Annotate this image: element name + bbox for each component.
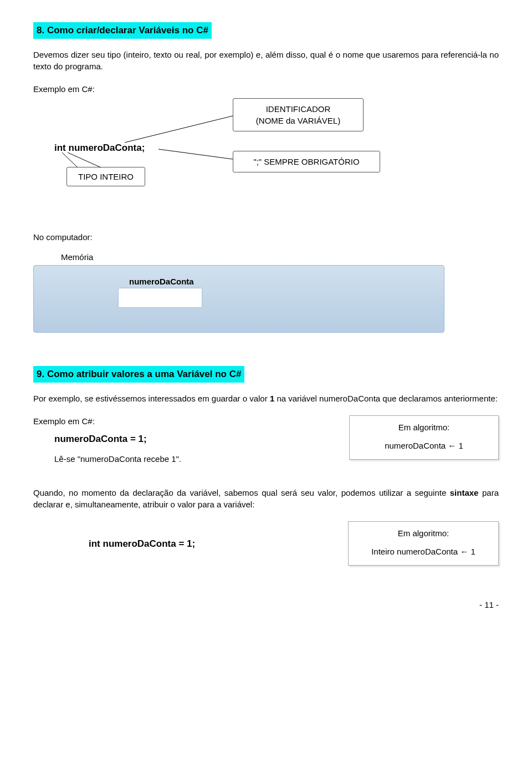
section-9-heading: 9. Como atribuir valores a uma Variável … [33,366,244,383]
algorithm-box-1: Em algoritmo: numeroDaConta ← 1 [349,415,499,460]
no-computador-label: No computador: [33,231,499,243]
memory-var-box [118,288,202,308]
algorithm-box-2: Em algoritmo: Inteiro numeroDaConta ← 1 [348,521,499,566]
algo1-title: Em algoritmo: [363,421,485,433]
para2-pre: Quando, no momento da declaração da vari… [33,488,450,497]
callout-tipo-inteiro: TIPO INTEIRO [66,167,145,186]
example-assignment-row: Exemplo em C#: numeroDaConta = 1; Lê-se … [33,415,499,465]
memory-var-name: numeroDaConta [129,276,194,287]
combined-left-col: int numeroDaConta = 1; [33,537,326,566]
para2-bold-sintaxe: sintaxe [450,488,479,497]
section-8-paragraph: Devemos dizer seu tipo (inteiro, texto o… [33,49,499,72]
section-9: 9. Como atribuir valores a uma Variável … [33,366,499,566]
assignment-left-col: Exemplo em C#: numeroDaConta = 1; Lê-se … [33,415,327,465]
code-declaration: int numeroDaConta; [54,141,145,155]
read-as-text: Lê-se "numeroDaConta recebe 1". [54,453,327,465]
algo1-body: numeroDaConta ← 1 [363,440,485,451]
variable-declaration-diagram: IDENTIFICADOR (NOME da VARIÁVEL) ";" SEM… [33,98,499,215]
section-9-paragraph-2: Quando, no momento da declaração da vari… [33,487,499,510]
svg-line-2 [62,152,78,167]
memory-diagram: numeroDaConta [33,265,444,333]
section-9-paragraph: Por exemplo, se estivéssemos interessado… [33,393,499,404]
para-pre: Por exemplo, se estivéssemos interessado… [33,394,270,403]
svg-line-1 [158,149,233,159]
svg-line-0 [125,116,233,143]
memory-label: Memória [61,251,499,263]
example-label-2: Exemplo em C#: [33,415,327,427]
algo2-title: Em algoritmo: [354,527,493,539]
callout-identifier: IDENTIFICADOR (NOME da VARIÁVEL) [233,98,364,131]
section-8: 8. Como criar/declarar Variáveis no C# D… [33,22,499,333]
callout-semicolon: ";" SEMPRE OBRIGATÓRIO [233,151,380,172]
para-bold-1: 1 [270,394,274,403]
code-declare-assign: int numeroDaConta = 1; [89,537,326,551]
svg-line-3 [68,152,101,167]
code-assignment: numeroDaConta = 1; [54,433,327,446]
algo2-body: Inteiro numeroDaConta ← 1 [354,546,493,557]
example-label-1: Exemplo em C#: [33,83,499,95]
callout-identifier-line2: (NOME da VARIÁVEL) [240,115,356,126]
para-post: na variável numeroDaConta que declaramos… [274,394,498,403]
page-number: - 11 - [33,599,499,611]
section-8-heading: 8. Como criar/declarar Variáveis no C# [33,22,212,39]
callout-identifier-line1: IDENTIFICADOR [240,103,356,115]
example-combined-row: int numeroDaConta = 1; Em algoritmo: Int… [33,521,499,566]
